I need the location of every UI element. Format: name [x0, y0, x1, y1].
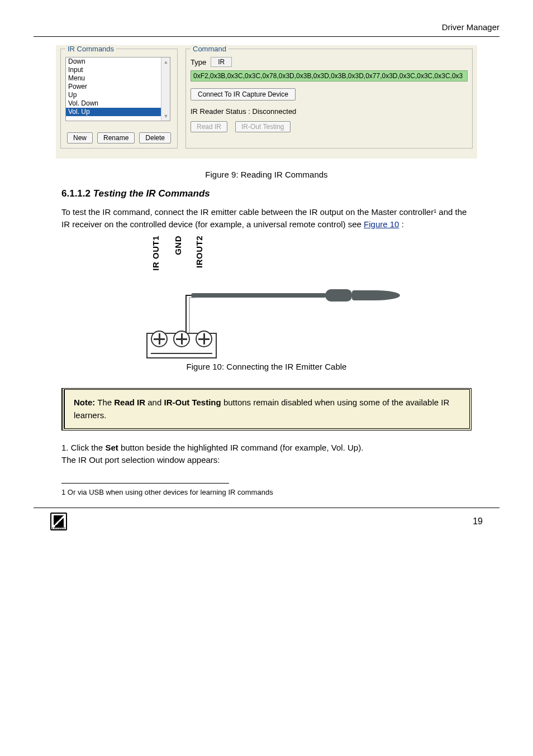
- note-bold-read-ir: Read IR: [114, 398, 145, 407]
- paragraph-instructions: To test the IR command, connect the IR e…: [61, 206, 472, 231]
- figure-10-caption: Figure 10: Connecting the IR Emitter Cab…: [34, 362, 499, 371]
- footnote-marker: 1: [61, 488, 65, 496]
- listbox-scrollbar[interactable]: ▲ ▼: [161, 58, 170, 121]
- figure-9-caption: Figure 9: Reading IR Commands: [34, 170, 499, 179]
- kramer-logo-icon: KRAMER: [50, 513, 67, 530]
- ir-commands-listbox[interactable]: Down Input Menu Power Up Vol. Down Vol. …: [65, 57, 170, 121]
- type-label: Type: [191, 58, 206, 66]
- footnote: 1 Or via USB when using other devices fo…: [61, 488, 472, 496]
- paragraph-text-a: To test the IR command, connect the IR e…: [61, 207, 467, 229]
- ir-emitter-cable-graphic: [185, 289, 387, 312]
- note-text: and: [147, 398, 164, 407]
- note-text: The: [97, 398, 114, 407]
- list-item[interactable]: Vol. Down: [66, 99, 170, 108]
- new-button[interactable]: New: [67, 132, 93, 143]
- delete-button[interactable]: Delete: [139, 132, 171, 143]
- ir-out-testing-button[interactable]: IR-Out Testing: [235, 121, 290, 132]
- step-bold-set: Set: [105, 443, 118, 452]
- bottom-rule: [34, 508, 499, 508]
- list-item[interactable]: Menu: [66, 74, 170, 83]
- type-value-box: IR: [211, 57, 232, 67]
- groupbox-command: Command Type IR 0xF2,0x3B,0x3C,0x3C,0x78…: [185, 49, 473, 149]
- note-box: Note: The Read IR and IR-Out Testing but…: [61, 388, 472, 430]
- figure-ir-emitter-diagram: IR OUT1 GND IROUT2: [146, 236, 387, 358]
- list-item-selected[interactable]: Vol. Up: [66, 108, 170, 116]
- figure-10-link[interactable]: Figure 10: [364, 219, 399, 229]
- page-header-right: Driver Manager: [34, 22, 499, 32]
- label-ir-out2: IROUT2: [194, 236, 204, 268]
- terminal-block-graphic: [146, 333, 217, 358]
- section-number: 6.1.1.2: [61, 188, 91, 199]
- groupbox-ir-commands: IR Commands Down Input Menu Power Up Vol…: [60, 49, 178, 149]
- footnote-text: Or via USB when using other devices for …: [68, 488, 273, 496]
- paragraph-text-b: :: [402, 219, 404, 229]
- rename-button[interactable]: Rename: [97, 132, 135, 143]
- section-title: Testing the IR Commands: [93, 188, 210, 199]
- list-item[interactable]: Power: [66, 83, 170, 91]
- step-text-b: button beside the highlighted IR command…: [121, 443, 363, 452]
- read-ir-button[interactable]: Read IR: [191, 121, 227, 132]
- step-1: 1. Click the Set button beside the highl…: [61, 442, 472, 466]
- chevron-down-icon[interactable]: ▼: [163, 113, 169, 119]
- top-rule: [34, 36, 499, 37]
- label-gnd: GND: [173, 236, 183, 255]
- groupbox-ir-commands-legend: IR Commands: [65, 45, 116, 53]
- ir-reader-status-prefix: IR Reader Status :: [191, 107, 250, 116]
- section-heading: 6.1.1.2 Testing the IR Commands: [61, 187, 472, 200]
- label-ir-out1: IR OUT1: [151, 236, 160, 271]
- step-text-a: 1. Click the: [61, 443, 105, 452]
- screw-terminal-icon: [151, 331, 168, 347]
- note-bold-ir-out-testing: IR-Out Testing: [164, 398, 221, 407]
- screw-terminal-icon: [196, 331, 212, 347]
- logo-subtext: KRAMER: [51, 527, 66, 530]
- ir-reader-status: IR Reader Status : Disconnected: [191, 107, 468, 116]
- list-item[interactable]: Down: [66, 58, 170, 66]
- footnote-rule: [61, 483, 229, 484]
- step-text-c: The IR Out port selection window appears…: [61, 455, 220, 465]
- figure-ir-ui: IR Commands Down Input Menu Power Up Vol…: [56, 45, 477, 159]
- list-item[interactable]: Input: [66, 66, 170, 74]
- connect-ir-capture-button[interactable]: Connect To IR Capture Device: [191, 88, 296, 101]
- note-title: Note:: [74, 398, 95, 407]
- ir-hex-field[interactable]: 0xF2,0x3B,0x3C,0x3C,0x78,0x3D,0x3B,0x3D,…: [191, 70, 468, 82]
- groupbox-command-legend: Command: [191, 45, 229, 53]
- screw-terminal-icon: [173, 331, 190, 347]
- chevron-up-icon[interactable]: ▲: [163, 59, 169, 65]
- page-number: 19: [473, 516, 483, 527]
- list-item[interactable]: Up: [66, 91, 170, 99]
- ir-reader-status-value: Disconnected: [253, 107, 297, 116]
